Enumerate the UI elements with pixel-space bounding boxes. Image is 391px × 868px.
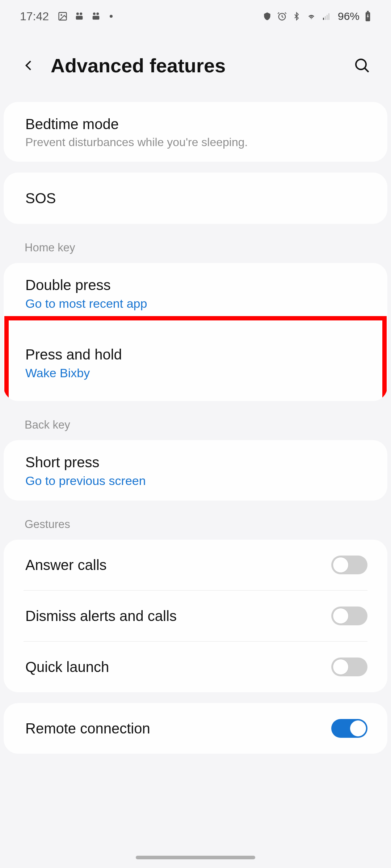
gestures-section-label: Gestures — [0, 509, 391, 540]
bedtime-card: Bedtime mode Prevent disturbances while … — [4, 102, 387, 162]
back-button[interactable] — [18, 55, 40, 76]
short-press-value: Go to previous screen — [25, 474, 367, 488]
quick-launch-title: Quick launch — [25, 658, 331, 676]
home-key-card: Double press Go to most recent app Press… — [4, 263, 387, 401]
svg-rect-12 — [328, 13, 329, 20]
image-icon — [58, 11, 68, 21]
notification-dot-icon — [110, 15, 113, 18]
svg-point-2 — [76, 13, 79, 15]
svg-rect-9 — [323, 18, 324, 20]
remote-connection-card: Remote connection — [4, 703, 387, 754]
remote-connection-switch[interactable] — [331, 719, 367, 738]
teams-icon — [74, 11, 84, 21]
answer-calls-title: Answer calls — [25, 556, 331, 574]
dismiss-alerts-row[interactable]: Dismiss alerts and calls — [4, 591, 387, 641]
bedtime-row[interactable]: Bedtime mode Prevent disturbances while … — [4, 102, 387, 162]
press-and-hold-title: Press and hold — [25, 345, 367, 364]
clock-text: 17:42 — [20, 10, 49, 23]
svg-rect-4 — [76, 16, 83, 20]
battery-charging-icon — [365, 11, 371, 22]
dismiss-alerts-switch[interactable] — [331, 607, 367, 625]
quick-launch-switch[interactable] — [331, 658, 367, 676]
sos-row[interactable]: SOS — [4, 173, 387, 224]
bedtime-subtitle: Prevent disturbances while you're sleepi… — [25, 136, 367, 149]
chevron-left-icon — [22, 56, 35, 75]
short-press-title: Short press — [25, 453, 367, 472]
answer-calls-row[interactable]: Answer calls — [4, 540, 387, 590]
status-right: 96% — [262, 10, 371, 22]
svg-point-15 — [356, 59, 366, 69]
status-left: 17:42 — [20, 10, 113, 23]
signal-icon — [322, 12, 331, 21]
press-and-hold-row[interactable]: Press and hold Wake Bixby — [4, 323, 387, 401]
svg-rect-7 — [93, 16, 100, 20]
back-key-section-label: Back key — [0, 410, 391, 440]
svg-rect-11 — [327, 15, 328, 20]
bluetooth-icon — [292, 11, 301, 21]
status-bar: 17:42 96% — [0, 0, 391, 33]
data-saver-icon — [262, 12, 272, 21]
search-icon — [353, 57, 371, 74]
svg-rect-10 — [325, 16, 326, 20]
bedtime-title: Bedtime mode — [25, 115, 367, 133]
svg-point-6 — [96, 13, 99, 15]
double-press-title: Double press — [25, 276, 367, 294]
remote-connection-title: Remote connection — [25, 719, 331, 738]
page-header: Advanced features — [0, 33, 391, 102]
svg-rect-14 — [367, 11, 369, 12]
answer-calls-switch[interactable] — [331, 556, 367, 574]
back-key-card: Short press Go to previous screen — [4, 440, 387, 501]
svg-point-3 — [80, 13, 82, 15]
dismiss-alerts-title: Dismiss alerts and calls — [25, 607, 331, 625]
search-button[interactable] — [351, 55, 373, 76]
svg-point-1 — [60, 14, 62, 16]
alarm-icon — [277, 11, 287, 21]
svg-point-5 — [93, 13, 96, 15]
wifi-icon — [306, 12, 317, 21]
teams-icon — [91, 11, 101, 21]
battery-percent-text: 96% — [338, 10, 360, 22]
double-press-row[interactable]: Double press Go to most recent app — [4, 263, 387, 323]
short-press-row[interactable]: Short press Go to previous screen — [4, 440, 387, 501]
page-title: Advanced features — [51, 54, 351, 77]
home-key-section-label: Home key — [0, 233, 391, 263]
remote-connection-row[interactable]: Remote connection — [4, 703, 387, 754]
double-press-value: Go to most recent app — [25, 297, 367, 311]
press-and-hold-value: Wake Bixby — [25, 366, 367, 380]
gestures-card: Answer calls Dismiss alerts and calls Qu… — [4, 540, 387, 692]
sos-card: SOS — [4, 173, 387, 224]
home-indicator[interactable] — [136, 856, 255, 859]
sos-title: SOS — [25, 189, 367, 208]
quick-launch-row[interactable]: Quick launch — [4, 642, 387, 692]
